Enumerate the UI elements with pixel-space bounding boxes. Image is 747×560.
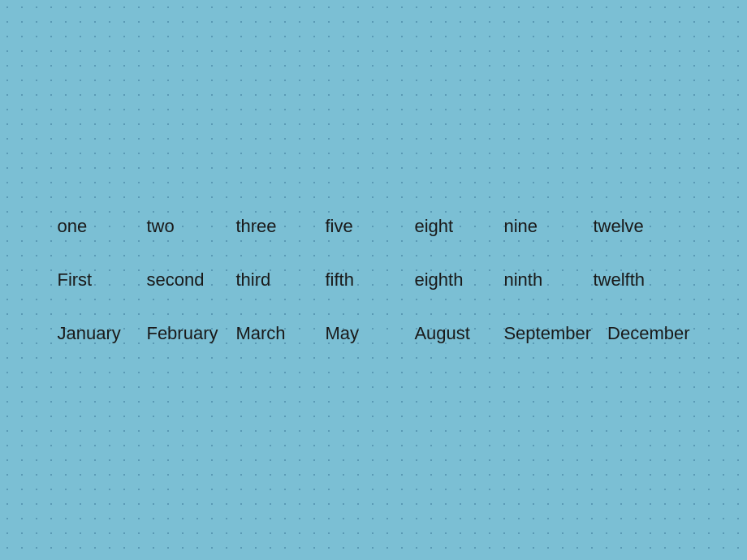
word-third: third [227, 269, 317, 291]
word-twelve: twelve [585, 216, 674, 237]
word-eight: eight [406, 216, 495, 237]
word-ninth: ninth [495, 269, 585, 291]
row-ordinals: Firstsecondthirdfiftheighthninthtwelfth [49, 253, 697, 307]
word-nine: nine [495, 216, 585, 237]
word-two: two [138, 216, 227, 237]
word-first: First [49, 269, 138, 291]
word-eighth: eighth [406, 269, 495, 291]
word-three: three [227, 216, 317, 237]
word-february: February [138, 323, 227, 344]
word-january: January [49, 323, 138, 344]
word-second: second [138, 269, 227, 291]
word-may: May [317, 323, 406, 344]
word-december: December [599, 323, 697, 344]
row-months: JanuaryFebruaryMarchMayAugustSeptemberDe… [49, 307, 697, 360]
word-one: one [49, 216, 138, 237]
word-march: March [227, 323, 317, 344]
word-september: September [495, 323, 599, 344]
word-august: August [406, 323, 495, 344]
word-five: five [317, 216, 406, 237]
main-content: onetwothreefiveeightninetwelveFirstsecon… [8, 183, 738, 377]
row-numbers: onetwothreefiveeightninetwelve [49, 200, 697, 253]
word-twelfth: twelfth [585, 269, 674, 291]
word-fifth: fifth [317, 269, 406, 291]
